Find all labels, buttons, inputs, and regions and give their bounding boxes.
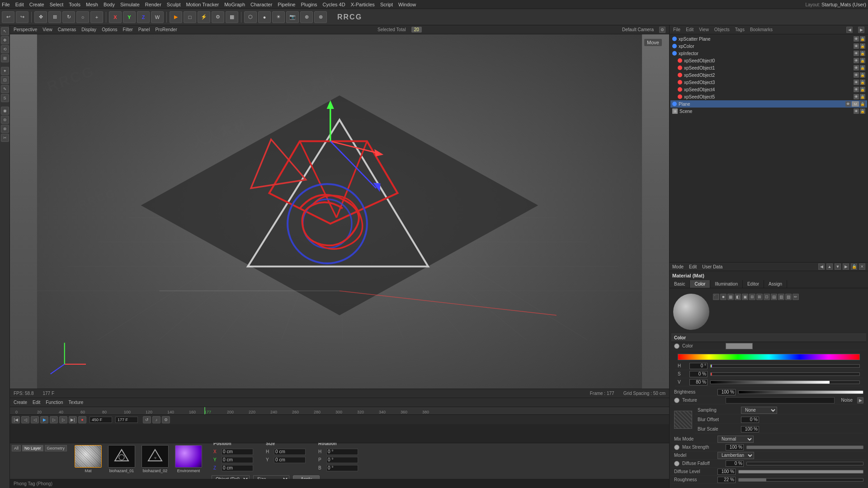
viewport-settings-btn[interactable]: ⚙ bbox=[659, 27, 665, 33]
brightness-slider[interactable] bbox=[738, 390, 863, 394]
obj-eye-seed4[interactable]: 👁 bbox=[854, 87, 859, 92]
color-tool-eyedropper[interactable]: ✏ bbox=[793, 294, 799, 300]
mat-tab-editor[interactable]: Editor bbox=[743, 280, 764, 288]
timeline-tab-create[interactable]: Create bbox=[14, 400, 27, 405]
color-tool-10[interactable]: ▥ bbox=[778, 294, 784, 300]
nav-down-btn[interactable]: ▼ bbox=[835, 263, 841, 270]
menu-pipeline[interactable]: Pipeline bbox=[278, 2, 295, 7]
left-tool-10[interactable]: ⊜ bbox=[1, 116, 9, 124]
tc-options-btn[interactable]: ⚙ bbox=[162, 416, 170, 423]
menu-mograph[interactable]: MoGraph bbox=[224, 2, 245, 7]
color-tool-5[interactable]: ▣ bbox=[742, 294, 748, 300]
obj-lock-color[interactable]: 🔒 bbox=[860, 43, 865, 49]
color-tool-1[interactable]: ⬛ bbox=[713, 294, 719, 300]
obj-eye-seed3[interactable]: 👁 bbox=[854, 80, 859, 85]
menu-tools[interactable]: Tools bbox=[69, 2, 80, 7]
texture-expand-btn[interactable]: ▶ bbox=[857, 397, 863, 404]
userdata-tab[interactable]: User Data bbox=[702, 264, 722, 269]
size-y-input[interactable] bbox=[274, 457, 306, 463]
color-tool-3[interactable]: ▦ bbox=[727, 294, 734, 300]
render-settings-btn[interactable]: ⚙ bbox=[212, 11, 224, 23]
obj-row-scatter[interactable]: xpScatter Plane 👁 🔒 bbox=[670, 35, 867, 42]
roughness-input[interactable] bbox=[717, 477, 736, 483]
pos-x-input[interactable] bbox=[222, 449, 253, 455]
y-axis-btn[interactable]: Y bbox=[123, 11, 136, 23]
texture-field[interactable] bbox=[726, 397, 835, 404]
obj-tab-edit[interactable]: Edit bbox=[686, 27, 693, 32]
menu-filter[interactable]: Filter bbox=[123, 27, 133, 32]
obj-lock-seed3[interactable]: 🔒 bbox=[860, 80, 865, 85]
mat-thumb-mat[interactable]: Mat bbox=[72, 445, 104, 477]
tc-end-btn[interactable]: ▶| bbox=[69, 416, 77, 423]
h-value-input[interactable] bbox=[689, 363, 708, 369]
menu-view[interactable]: View bbox=[42, 27, 52, 32]
model-dropdown[interactable]: Lambertian bbox=[717, 452, 754, 459]
tc-prev-key[interactable]: ◁ bbox=[21, 416, 29, 423]
obj-tab-objects[interactable]: Objects bbox=[714, 27, 730, 32]
max-strength-slider[interactable] bbox=[746, 446, 863, 449]
obj-row-seed5[interactable]: xpSeedObject5 👁 🔒 bbox=[670, 93, 867, 100]
obj-row-seed0[interactable]: xpSeedObject0 👁 🔒 bbox=[670, 57, 867, 64]
left-tool-6[interactable]: ⊡ bbox=[1, 76, 9, 84]
color-enable-dot[interactable] bbox=[674, 343, 679, 349]
obj-lock-seed4[interactable]: 🔒 bbox=[860, 87, 865, 92]
left-tool-9[interactable]: ◉ bbox=[1, 107, 9, 115]
obj-eye-scatter[interactable]: 👁 bbox=[854, 36, 859, 42]
left-tool-3[interactable]: ⟲ bbox=[1, 45, 9, 53]
ipr-btn[interactable]: ⚡ bbox=[198, 11, 210, 23]
live-selection[interactable]: ○ bbox=[76, 11, 89, 23]
nav-lock-btn[interactable]: 🔒 bbox=[851, 263, 857, 270]
obj-tab-view[interactable]: View bbox=[699, 27, 709, 32]
tab-no-layer[interactable]: No Layer bbox=[22, 445, 43, 451]
viewport-canvas[interactable]: RRCG 人人素材 RRCG 人人素材 Move bbox=[10, 34, 669, 389]
panel-collapse-btn[interactable]: ◀ bbox=[846, 27, 853, 33]
v-slider[interactable] bbox=[710, 380, 860, 384]
nav-right-btn[interactable]: ▶ bbox=[843, 263, 849, 270]
hue-gradient-bar[interactable] bbox=[678, 354, 860, 360]
diff-falloff-dot[interactable] bbox=[674, 461, 679, 466]
render-region-btn[interactable]: □ bbox=[184, 11, 196, 23]
obj-lock-seed5[interactable]: 🔒 bbox=[860, 94, 865, 99]
left-tool-8[interactable]: S bbox=[1, 94, 9, 102]
obj-lock-scatter[interactable]: 🔒 bbox=[860, 36, 865, 42]
blur-scale-input[interactable] bbox=[741, 426, 759, 432]
mat-thumb-biohazard01[interactable]: biohazard_01 bbox=[106, 445, 137, 477]
color-tool-4[interactable]: ◧ bbox=[735, 294, 741, 300]
undo-btn[interactable]: ↩ bbox=[2, 11, 14, 23]
obj-row-seed4[interactable]: xpSeedObject4 👁 🔒 bbox=[670, 86, 867, 93]
menu-render[interactable]: Render bbox=[145, 2, 161, 7]
move-tool[interactable]: ✥ bbox=[34, 11, 47, 23]
menu-options[interactable]: Options bbox=[102, 27, 117, 32]
obj-eye-scene[interactable]: 👁 bbox=[854, 108, 859, 114]
x-axis-btn[interactable]: X bbox=[109, 11, 122, 23]
menu-edit[interactable]: Edit bbox=[15, 2, 24, 7]
s-value-input[interactable] bbox=[689, 371, 708, 377]
tc-play-btn[interactable]: ▶ bbox=[40, 416, 48, 423]
nav-left-btn[interactable]: ◀ bbox=[818, 263, 825, 270]
menu-window[interactable]: Window bbox=[398, 2, 416, 7]
nav-close-btn[interactable]: ✕ bbox=[859, 263, 865, 270]
menu-plugins[interactable]: Plugins bbox=[301, 2, 317, 7]
obj-eye-infector[interactable]: 👁 bbox=[854, 51, 859, 56]
menu-body[interactable]: Body bbox=[104, 2, 115, 7]
left-tool-4[interactable]: ⊞ bbox=[1, 54, 9, 62]
obj-mat-plane[interactable]: M bbox=[852, 101, 859, 107]
sampling-dropdown[interactable]: None bbox=[741, 407, 777, 414]
obj-tab-file[interactable]: File bbox=[673, 27, 680, 32]
max-strength-input[interactable] bbox=[726, 444, 744, 450]
obj-lock-seed0[interactable]: 🔒 bbox=[860, 58, 865, 63]
menu-cameras[interactable]: Cameras bbox=[58, 27, 76, 32]
brightness-input[interactable] bbox=[717, 389, 736, 395]
mat-tab-illumination[interactable]: Illumination bbox=[710, 280, 743, 288]
obj-eye-color[interactable]: 👁 bbox=[854, 43, 859, 49]
menu-character[interactable]: Character bbox=[250, 2, 272, 7]
menu-simulate[interactable]: Simulate bbox=[120, 2, 140, 7]
color-tool-7[interactable]: ⊠ bbox=[756, 294, 763, 300]
v-value-input[interactable] bbox=[689, 379, 708, 385]
color-tool-9[interactable]: ▤ bbox=[771, 294, 777, 300]
size-h-input[interactable] bbox=[274, 449, 306, 455]
menu-sculpt[interactable]: Sculpt bbox=[167, 2, 181, 7]
timeline-content[interactable] bbox=[10, 424, 669, 443]
h-slider[interactable] bbox=[710, 364, 860, 368]
color-section-header[interactable]: Color bbox=[671, 334, 866, 342]
